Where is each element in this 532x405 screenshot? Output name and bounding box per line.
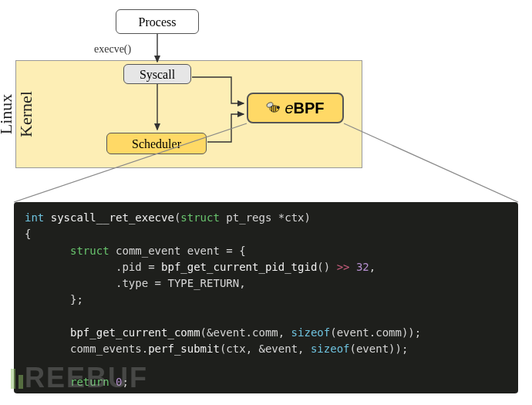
code-token: struct (180, 211, 220, 224)
code-token: event (187, 245, 220, 257)
ebpf-node: eBPF (247, 93, 344, 123)
code-token: perf_submit (148, 343, 220, 355)
code-token: sizeof (311, 343, 350, 355)
bee-icon (266, 101, 281, 115)
syscall-node: Syscall (123, 64, 191, 84)
process-node: Process (116, 9, 199, 34)
code-token: comm_events (70, 343, 142, 355)
ebpf-label: eBPF (285, 100, 324, 117)
code-token: .type (116, 277, 148, 289)
code-token: comm_event (116, 245, 180, 257)
code-token: .pid (116, 261, 142, 273)
watermark-text: REEBUF (25, 362, 148, 393)
code-token: struct (70, 245, 109, 257)
execve-edge-label: execve() (94, 43, 131, 56)
code-token: sizeof (291, 326, 331, 339)
code-token: int (25, 211, 44, 224)
linux-kernel-label: LinuxKernel (0, 68, 36, 160)
code-token: event (356, 343, 389, 355)
code-token: >> (337, 261, 350, 273)
code-token: syscall__ret_execve (51, 211, 174, 224)
code-token: &event.comm (207, 326, 278, 339)
code-token: pt_regs (226, 211, 271, 224)
code-token: TYPE_RETURN (167, 277, 239, 289)
code-token: *ctx (278, 211, 305, 224)
watermark: REEBUF (9, 362, 148, 394)
svg-point-2 (277, 106, 280, 109)
diagram-area: LinuxKernel Process Syscall Scheduler eB… (0, 0, 532, 177)
code-token: ctx (226, 343, 245, 355)
code-token: 32 (356, 261, 369, 273)
code-token: event.comm (337, 326, 402, 339)
scheduler-node: Scheduler (106, 133, 207, 154)
code-token: &event (258, 343, 298, 355)
code-token: bpf_get_current_comm (70, 326, 200, 339)
code-token: bpf_get_current_pid_tgid (161, 261, 317, 273)
